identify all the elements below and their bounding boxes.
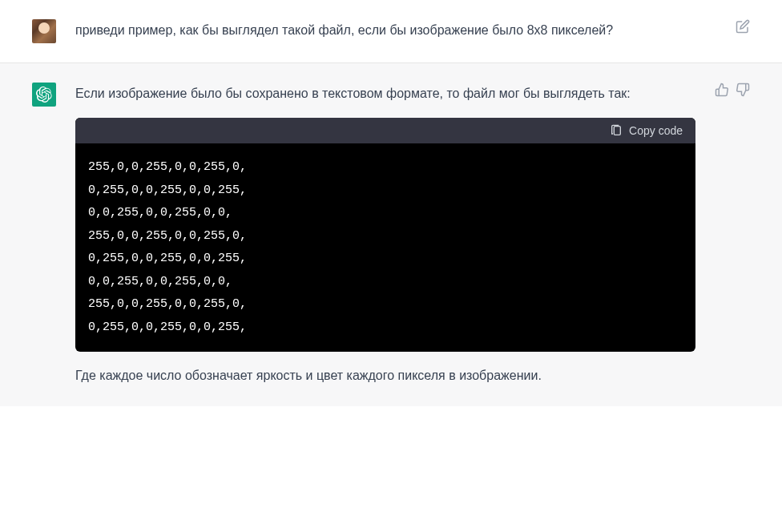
assistant-message-actions [715, 83, 750, 387]
copy-code-button[interactable]: Copy code [610, 124, 683, 137]
clipboard-icon [610, 124, 623, 137]
user-message-block: приведи пример, как бы выглядел такой фа… [0, 0, 782, 63]
svg-rect-0 [614, 127, 620, 135]
assistant-message-block: Если изображение было бы сохранено в тек… [0, 63, 782, 406]
thumbs-up-icon[interactable] [715, 83, 729, 97]
assistant-avatar [32, 83, 56, 107]
code-block-header: Copy code [75, 118, 695, 143]
assistant-outro-text: Где каждое число обозначает яркость и цв… [75, 365, 695, 387]
copy-code-label: Copy code [629, 124, 683, 137]
edit-icon[interactable] [736, 19, 750, 34]
code-block: Copy code 255,0,0,255,0,0,255,0, 0,255,0… [75, 118, 695, 352]
assistant-intro-text: Если изображение было бы сохранено в тек… [75, 83, 695, 105]
code-content: 255,0,0,255,0,0,255,0, 0,255,0,0,255,0,0… [75, 143, 695, 352]
user-message-text: приведи пример, как бы выглядел такой фа… [75, 19, 716, 43]
user-avatar [32, 19, 56, 43]
user-message-actions [736, 19, 750, 43]
assistant-message-content: Если изображение было бы сохранено в тек… [75, 83, 695, 387]
thumbs-down-icon[interactable] [736, 83, 750, 97]
